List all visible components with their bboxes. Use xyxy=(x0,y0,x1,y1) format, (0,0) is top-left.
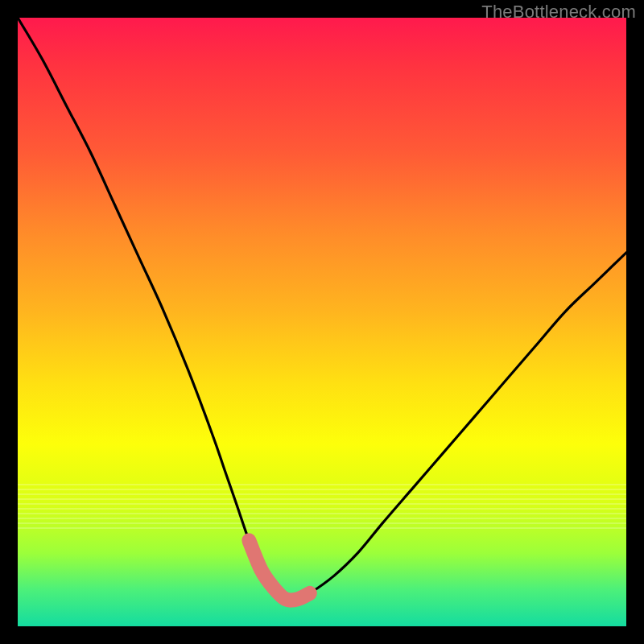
bottleneck-curve-path xyxy=(18,18,626,601)
curve-group xyxy=(18,18,626,601)
plot-area xyxy=(18,18,626,626)
chart-svg xyxy=(18,18,626,626)
outer-frame: TheBottleneck.com xyxy=(0,0,644,644)
curve-highlight xyxy=(249,540,310,600)
